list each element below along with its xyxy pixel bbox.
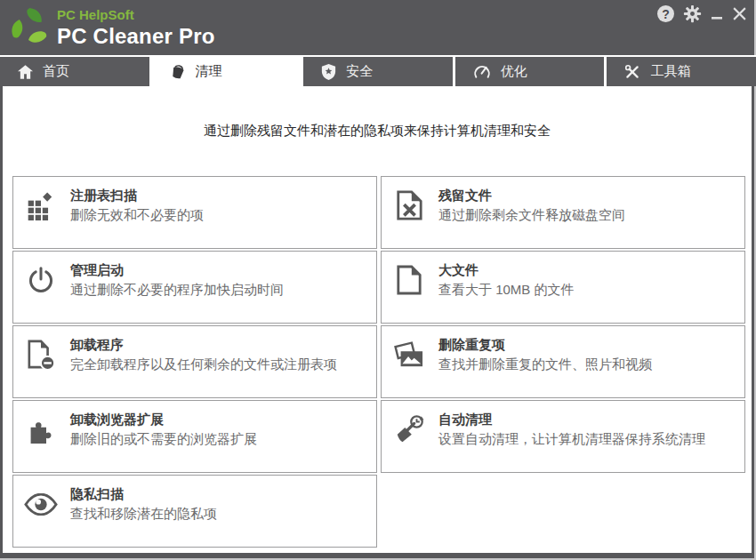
close-button[interactable] <box>732 6 747 21</box>
card-manage-startup[interactable]: 管理启动通过删除不必要的程序加快启动时间 <box>12 251 377 324</box>
card-uninstall-browser-extensions[interactable]: 卸载浏览器扩展删除旧的或不需要的浏览器扩展 <box>12 400 377 473</box>
card-subtitle: 删除无效和不必要的项 <box>70 205 204 225</box>
home-icon <box>18 65 33 79</box>
clean-bucket-icon <box>170 64 186 80</box>
close-icon <box>732 6 747 21</box>
card-subtitle: 查找并删除重复的文件、照片和视频 <box>438 355 652 374</box>
card-remove-duplicates[interactable]: 删除重复项查找并删除重复的文件、照片和视频 <box>381 325 745 398</box>
tab-bar: 首页清理安全优化工具箱 <box>0 57 756 86</box>
file-blank-icon <box>390 259 428 301</box>
card-title: 注册表扫描 <box>70 186 204 205</box>
card-subtitle: 设置自动清理，让计算机清理器保持系统清理 <box>438 429 705 449</box>
card-subtitle: 完全卸载程序以及任何剩余的文件或注册表项 <box>70 355 337 374</box>
tab-label: 首页 <box>43 63 69 80</box>
power-icon <box>22 259 60 301</box>
tab-security[interactable]: 安全 <box>303 57 453 86</box>
tab-label: 清理 <box>196 63 222 80</box>
tab-toolbox[interactable]: 工具箱 <box>607 57 756 86</box>
question-mark-icon: ? <box>662 7 670 21</box>
card-title: 隐私扫描 <box>70 484 217 504</box>
pc-helpsoft-leaf-logo <box>9 6 51 48</box>
clean-page-content: 通过删除残留文件和潜在的隐私项来保持计算机清理和安全 注册表扫描删除无效和不必要… <box>3 86 752 553</box>
card-title: 删除重复项 <box>438 335 652 355</box>
brand-top-label: PC HelpSoft <box>57 8 215 23</box>
card-title: 残留文件 <box>438 186 625 205</box>
tab-label: 安全 <box>346 63 373 80</box>
card-title: 自动清理 <box>438 410 705 429</box>
card-subtitle: 查看大于 10MB 的文件 <box>438 280 575 300</box>
card-leftover-files[interactable]: 残留文件通过删除剩余文件释放磁盘空间 <box>381 176 745 249</box>
tab-label: 优化 <box>501 63 527 80</box>
title-bar: PC HelpSoft PC Cleaner Pro ? <box>0 0 756 55</box>
duplicate-photos-icon <box>390 333 428 376</box>
pc-cleaner-pro-window: PC HelpSoft PC Cleaner Pro ? <box>0 0 756 560</box>
tools-icon <box>624 64 640 80</box>
puzzle-icon <box>22 408 60 451</box>
shield-star-icon <box>321 64 336 80</box>
card-uninstall-programs[interactable]: 卸载程序完全卸载程序以及任何剩余的文件或注册表项 <box>12 325 377 398</box>
tab-optimize[interactable]: 优化 <box>455 57 605 86</box>
settings-button[interactable] <box>683 4 702 23</box>
card-auto-clean[interactable]: 自动清理设置自动清理，让计算机清理器保持系统清理 <box>381 400 745 473</box>
file-x-icon <box>390 184 428 227</box>
card-registry-scan[interactable]: 注册表扫描删除无效和不必要的项 <box>12 176 377 249</box>
brand-block: PC HelpSoft PC Cleaner Pro <box>57 8 215 48</box>
app-title: PC Cleaner Pro <box>57 25 215 48</box>
registry-icon <box>22 184 60 227</box>
minimize-button[interactable] <box>711 6 723 22</box>
card-subtitle: 查找和移除潜在的隐私项 <box>70 504 217 524</box>
gear-icon <box>683 4 702 23</box>
card-title: 卸载浏览器扩展 <box>70 410 257 429</box>
gauge-icon <box>473 64 491 79</box>
auto-clean-icon <box>390 408 428 451</box>
card-subtitle: 删除旧的或不需要的浏览器扩展 <box>70 429 257 449</box>
card-title: 管理启动 <box>70 260 284 280</box>
file-minus-icon <box>22 333 60 376</box>
card-subtitle: 通过删除剩余文件释放磁盘空间 <box>438 205 625 225</box>
privacy-eye-icon <box>22 483 60 525</box>
card-title: 大文件 <box>438 260 575 280</box>
clean-page-description: 通过删除残留文件和潜在的隐私项来保持计算机清理和安全 <box>3 122 752 140</box>
feature-card-grid: 注册表扫描删除无效和不必要的项残留文件通过删除剩余文件释放磁盘空间管理启动通过删… <box>12 176 745 548</box>
card-privacy-scan[interactable]: 隐私扫描查找和移除潜在的隐私项 <box>12 475 377 548</box>
card-title: 卸载程序 <box>70 335 337 355</box>
tab-clean[interactable]: 清理 <box>152 57 302 86</box>
card-subtitle: 通过删除不必要的程序加快启动时间 <box>70 280 284 300</box>
tab-home[interactable]: 首页 <box>0 57 149 86</box>
tab-label: 工具箱 <box>650 63 690 80</box>
minimize-icon <box>711 6 723 22</box>
window-controls: ? <box>657 4 747 23</box>
card-large-files[interactable]: 大文件查看大于 10MB 的文件 <box>381 251 745 324</box>
help-button[interactable]: ? <box>657 5 674 22</box>
